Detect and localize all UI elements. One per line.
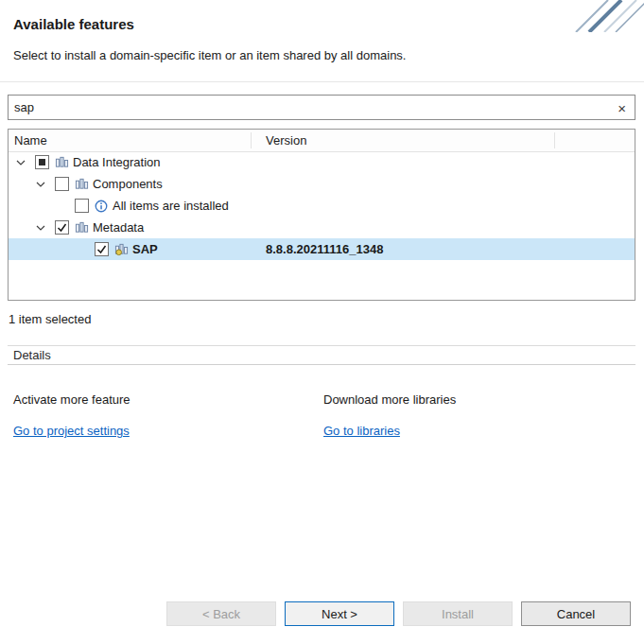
details-column-activate: Activate more feature Go to project sett… (13, 392, 323, 438)
details-grid: Activate more feature Go to project sett… (13, 392, 625, 438)
search-input[interactable] (9, 96, 635, 119)
corner-decoration-graphic (549, 0, 644, 32)
details-column-download: Download more libraries Go to libraries (323, 392, 625, 438)
feature-icon (74, 220, 89, 235)
tri-state-checkbox[interactable] (35, 155, 49, 169)
install-button: Install (403, 601, 513, 626)
row-label: All items are installed (113, 195, 229, 217)
column-divider[interactable] (251, 132, 252, 148)
feature-sap-icon (113, 242, 129, 257)
chevron-down-icon[interactable] (36, 225, 55, 231)
clear-search-icon[interactable]: × (618, 100, 626, 114)
row-label: Metadata (93, 217, 144, 238)
project-settings-link[interactable]: Go to project settings (13, 424, 130, 438)
search-box: × (8, 95, 635, 120)
tree-row-sap[interactable]: SAP 8.8.8.20211116_1348 (9, 238, 635, 260)
next-button[interactable]: Next > (285, 601, 394, 626)
cancel-button[interactable]: Cancel (521, 601, 631, 626)
column-header-version[interactable]: Version (258, 130, 306, 151)
details-label: Details (13, 348, 51, 362)
row-label: Components (93, 173, 163, 195)
column-header-name[interactable]: Name (14, 130, 47, 151)
chevron-down-icon[interactable] (16, 160, 35, 165)
button-bar: < Back Next > Install Cancel (166, 601, 631, 626)
tree-row-components[interactable]: Components (9, 173, 635, 195)
tree-row-metadata[interactable]: Metadata (9, 217, 635, 238)
table-body: Data Integration Components All items ar… (9, 151, 635, 260)
row-label: SAP (132, 238, 158, 260)
checkmark-icon (57, 223, 67, 233)
activate-feature-heading: Activate more feature (13, 392, 323, 407)
tree-row-all-items-installed[interactable]: All items are installed (9, 195, 635, 217)
chevron-down-icon[interactable] (36, 182, 55, 187)
checkbox-checked[interactable] (55, 220, 69, 235)
libraries-link[interactable]: Go to libraries (323, 424, 400, 438)
row-label: Data Integration (73, 151, 161, 173)
checkbox-checked[interactable] (95, 242, 109, 256)
checkbox-partial-mark (39, 159, 45, 165)
tree-row-data-integration[interactable]: Data Integration (9, 151, 635, 173)
details-section-header: Details (8, 345, 635, 365)
info-icon (94, 199, 109, 214)
version-cell: 8.8.8.20211116_1348 (258, 238, 383, 260)
checkbox-unchecked[interactable] (55, 177, 69, 191)
download-libraries-heading: Download more libraries (323, 392, 625, 407)
column-divider[interactable] (554, 132, 555, 148)
page-title: Available features (13, 16, 134, 32)
table-header: Name Version (9, 130, 635, 152)
status-text: 1 item selected (9, 312, 91, 326)
page-subtitle: Select to install a domain-specific item… (13, 48, 406, 62)
feature-icon (74, 177, 89, 192)
header-divider (0, 81, 644, 82)
checkmark-icon (96, 245, 107, 254)
feature-icon (54, 155, 69, 170)
back-button: < Back (166, 601, 276, 626)
checkbox-unchecked[interactable] (75, 199, 89, 213)
features-tree-table: Name Version Data Integration (8, 129, 635, 301)
